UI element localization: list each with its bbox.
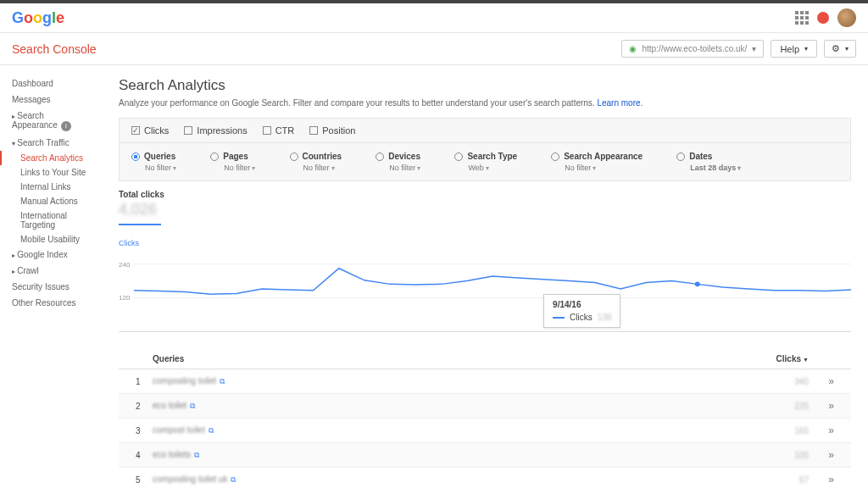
globe-icon: ◉	[629, 44, 637, 53]
table-header: Queries Clicks	[119, 349, 851, 369]
row-clicks: 340	[758, 377, 809, 386]
axis-tick: 240	[119, 261, 131, 269]
help-button[interactable]: Help ▾	[771, 40, 817, 58]
metric-position[interactable]: Position	[309, 125, 355, 136]
dimension-search-type[interactable]: Search TypeWeb	[454, 152, 517, 172]
chevron-right-icon[interactable]: »	[828, 449, 834, 461]
chart-line	[134, 269, 851, 294]
sidebar-item-google-index[interactable]: Google Index	[0, 247, 102, 263]
queries-table: Queries Clicks 1composting toilet⧉340»2e…	[119, 349, 851, 488]
external-link-icon[interactable]: ⧉	[190, 402, 195, 410]
row-query: eco toilets⧉	[153, 450, 758, 460]
sidebar-item-dashboard[interactable]: Dashboard	[0, 75, 102, 92]
tooltip-date: 9/14/16	[553, 300, 611, 309]
chevron-right-icon[interactable]: »	[828, 424, 834, 436]
row-index: 1	[136, 377, 153, 386]
sidebar-item-search-appearance[interactable]: Search Appearancei	[0, 108, 102, 135]
metric-impressions[interactable]: Impressions	[184, 125, 247, 136]
row-query: compost toilet⧉	[153, 425, 758, 435]
dimension-search-appearance[interactable]: Search AppearanceNo filter	[551, 152, 643, 172]
metric-ctr[interactable]: CTR	[263, 125, 295, 136]
checkbox-icon	[263, 126, 271, 135]
row-clicks: 225	[758, 402, 809, 411]
tooltip-label: Clicks	[570, 313, 593, 322]
sidebar-item-search-analytics[interactable]: Search Analytics	[0, 151, 102, 165]
radio-icon	[676, 152, 685, 161]
property-selector[interactable]: ◉ http://www.eco-toilets.co.uk/ ▾	[621, 40, 764, 58]
row-index: 4	[136, 451, 153, 460]
content: Search Analytics Analyze your performanc…	[102, 65, 868, 488]
row-index: 3	[136, 426, 153, 435]
gear-icon: ⚙	[832, 43, 840, 54]
dimension-devices[interactable]: DevicesNo filter	[376, 152, 420, 172]
sidebar-item-search-traffic[interactable]: Search Traffic	[0, 135, 102, 151]
radio-icon	[290, 152, 298, 161]
external-link-icon[interactable]: ⧉	[220, 377, 225, 385]
checkbox-icon	[184, 126, 192, 135]
chevron-right-icon[interactable]: »	[828, 474, 834, 485]
avatar[interactable]	[837, 8, 856, 27]
sidebar-item-crawl[interactable]: Crawl	[0, 263, 102, 279]
external-link-icon[interactable]: ⧉	[194, 451, 199, 459]
radio-icon	[376, 152, 384, 161]
filter-bar: Clicks Impressions CTR Position QueriesN…	[119, 118, 851, 181]
row-query: composting toilet uk⧉	[153, 474, 758, 485]
row-query: composting toilet⧉	[153, 376, 758, 386]
row-index: 2	[136, 402, 153, 411]
notifications-icon[interactable]	[817, 12, 829, 24]
col-queries[interactable]: Queries	[153, 354, 758, 363]
totals-card: Total clicks 4,026	[119, 181, 851, 234]
chart-point	[695, 282, 700, 287]
clicks-chart[interactable]: 240 120 9/14/16 Clicks 136	[119, 247, 851, 332]
table-row[interactable]: 1composting toilet⧉340»	[119, 369, 851, 394]
sidebar-item-other[interactable]: Other Resources	[0, 295, 102, 311]
sidebar-item-intl-targeting[interactable]: International Targeting	[0, 208, 102, 232]
chevron-down-icon: ▾	[845, 45, 849, 53]
sidebar-item-mobile-usability[interactable]: Mobile Usability	[0, 232, 102, 247]
page-description: Analyze your performance on Google Searc…	[119, 98, 851, 108]
external-link-icon[interactable]: ⧉	[231, 475, 236, 484]
settings-button[interactable]: ⚙ ▾	[824, 40, 856, 58]
chevron-down-icon: ▾	[752, 44, 756, 53]
sidebar-item-internal-links[interactable]: Internal Links	[0, 180, 102, 194]
learn-more-link[interactable]: Learn more	[597, 98, 640, 108]
sidebar: Dashboard Messages Search Appearancei Se…	[0, 65, 102, 488]
info-badge: i	[61, 121, 71, 131]
row-clicks: 105	[758, 451, 809, 460]
row-clicks: 67	[758, 475, 809, 485]
dimension-pages[interactable]: PagesNo filter	[210, 152, 255, 172]
google-logo[interactable]: Google	[12, 9, 64, 27]
chevron-right-icon[interactable]: »	[828, 375, 834, 387]
chevron-right-icon[interactable]: »	[828, 400, 834, 412]
row-clicks: 165	[758, 426, 809, 435]
chart-tooltip: 9/14/16 Clicks 136	[543, 294, 620, 328]
apps-icon[interactable]	[795, 11, 809, 25]
row-query: eco toilet⧉	[153, 401, 758, 411]
console-header: Search Console ◉ http://www.eco-toilets.…	[0, 33, 868, 65]
table-row[interactable]: 4eco toilets⧉105»	[119, 443, 851, 468]
console-title[interactable]: Search Console	[12, 42, 97, 56]
chart-section: Clicks 240 120 9/14/16 Clicks 136	[119, 239, 851, 332]
tooltip-value: 136	[598, 313, 612, 322]
chevron-down-icon: ▾	[804, 45, 808, 53]
col-clicks[interactable]: Clicks	[758, 354, 809, 363]
radio-icon	[131, 152, 140, 161]
checkbox-icon	[131, 126, 140, 135]
table-row[interactable]: 5composting toilet uk⧉67»	[119, 468, 851, 488]
sidebar-item-links[interactable]: Links to Your Site	[0, 165, 102, 180]
page-title: Search Analytics	[119, 77, 851, 94]
table-row[interactable]: 3compost toilet⧉165»	[119, 419, 851, 443]
radio-icon	[454, 152, 463, 161]
sidebar-item-security[interactable]: Security Issues	[0, 279, 102, 295]
metric-clicks[interactable]: Clicks	[131, 125, 169, 136]
dimension-countries[interactable]: CountriesNo filter	[290, 152, 342, 172]
dimension-dates[interactable]: DatesLast 28 days	[676, 152, 741, 172]
table-row[interactable]: 2eco toilet⧉225»	[119, 394, 851, 419]
radio-icon	[210, 152, 219, 161]
global-header: Google	[0, 3, 868, 33]
sidebar-item-manual-actions[interactable]: Manual Actions	[0, 194, 102, 208]
dimension-queries[interactable]: QueriesNo filter	[131, 152, 176, 172]
legend-line	[553, 317, 565, 319]
sidebar-item-messages[interactable]: Messages	[0, 92, 102, 108]
external-link-icon[interactable]: ⧉	[209, 426, 214, 435]
